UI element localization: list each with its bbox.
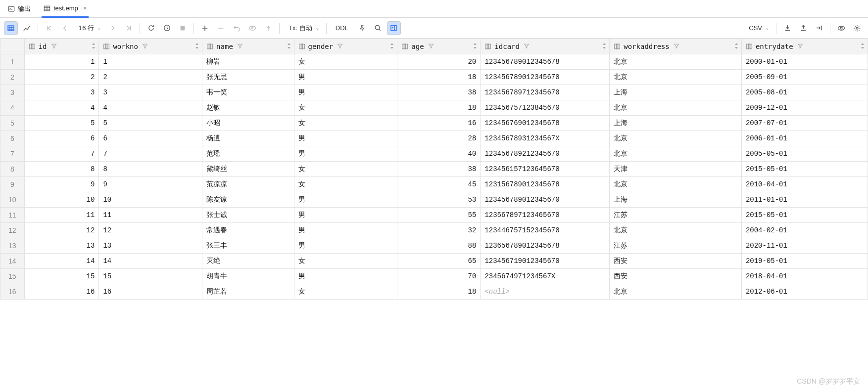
cell-workno[interactable]: 10: [99, 192, 202, 208]
row-number[interactable]: 6: [0, 131, 25, 146]
cell-name[interactable]: 张士诚: [202, 208, 294, 223]
cell-idcard[interactable]: 123567897123465670: [481, 208, 610, 223]
table-row[interactable]: 101010陈友谅男53123456789012345670上海2011-01-…: [0, 192, 868, 208]
column-header-name[interactable]: name: [202, 39, 294, 54]
cell-name[interactable]: 赵敏: [202, 100, 294, 116]
cell-id[interactable]: 5: [24, 116, 99, 131]
cell-entrydate[interactable]: 2007-07-01: [741, 116, 868, 131]
cell-age[interactable]: 18: [397, 284, 481, 300]
cell-id[interactable]: 13: [24, 238, 99, 254]
cell-age[interactable]: 28: [397, 131, 481, 146]
rows-count-dropdown[interactable]: 16 行 ⌄: [74, 21, 104, 35]
row-number[interactable]: 12: [0, 223, 25, 238]
cell-gender[interactable]: 男: [294, 238, 397, 254]
cell-age[interactable]: 70: [397, 269, 481, 284]
stop-button[interactable]: [176, 21, 190, 35]
table-row[interactable]: 111111张士诚男55123567897123465670江苏2015-05-…: [0, 208, 868, 223]
column-header-gender[interactable]: gender: [294, 39, 397, 54]
column-header-id[interactable]: id: [24, 39, 99, 54]
cell-id[interactable]: 16: [24, 284, 99, 300]
sort-icon[interactable]: [734, 43, 738, 50]
cell-name[interactable]: 韦一笑: [202, 85, 294, 100]
cell-name[interactable]: 杨逍: [202, 131, 294, 146]
cell-idcard[interactable]: 123456769012345678: [481, 116, 610, 131]
table-row[interactable]: 333韦一笑男38123456789712345670上海2005-08-01: [0, 85, 868, 100]
filter-layout-button[interactable]: [387, 21, 401, 35]
filter-icon[interactable]: [51, 43, 57, 50]
cell-gender[interactable]: 女: [294, 162, 397, 177]
cell-age[interactable]: 40: [397, 146, 481, 162]
filter-icon[interactable]: [428, 43, 434, 50]
cell-name[interactable]: 柳岩: [202, 54, 294, 70]
cell-entrydate[interactable]: 2000-01-01: [741, 54, 868, 70]
next-page-button[interactable]: [106, 21, 120, 35]
row-number[interactable]: 16: [0, 284, 25, 300]
cell-workaddress[interactable]: 江苏: [610, 208, 742, 223]
cell-id[interactable]: 2: [24, 70, 99, 85]
upload-button[interactable]: [796, 21, 810, 35]
cell-id[interactable]: 15: [24, 269, 99, 284]
cell-workaddress[interactable]: 西安: [610, 254, 742, 269]
table-row[interactable]: 131313张三丰男88123656789012345678江苏2020-11-…: [0, 238, 868, 254]
cell-workno[interactable]: 4: [99, 100, 202, 116]
cell-workno[interactable]: 15: [99, 269, 202, 284]
cell-idcard[interactable]: 12345678931234567X: [481, 131, 610, 146]
cell-age[interactable]: 53: [397, 192, 481, 208]
search-button[interactable]: [371, 21, 385, 35]
table-row[interactable]: 111柳岩女20123456789012345678北京2000-01-01: [0, 54, 868, 70]
settings-button[interactable]: [850, 21, 864, 35]
cell-entrydate[interactable]: 2019-05-01: [741, 254, 868, 269]
cell-gender[interactable]: 女: [294, 284, 397, 300]
cell-idcard[interactable]: 123456789012345670: [481, 192, 610, 208]
column-header-workno[interactable]: workno: [99, 39, 202, 54]
commit-button[interactable]: [261, 21, 275, 35]
row-number[interactable]: 4: [0, 100, 25, 116]
cell-age[interactable]: 18: [397, 100, 481, 116]
tab-file[interactable]: test.emp ×: [42, 0, 89, 18]
filter-icon[interactable]: [524, 43, 530, 50]
cell-workaddress[interactable]: 北京: [610, 70, 742, 85]
cell-gender[interactable]: 男: [294, 223, 397, 238]
row-number[interactable]: 2: [0, 70, 25, 85]
cell-idcard[interactable]: 123656789012345678: [481, 238, 610, 254]
cell-workno[interactable]: 16: [99, 284, 202, 300]
cell-workno[interactable]: 11: [99, 208, 202, 223]
cell-id[interactable]: 12: [24, 223, 99, 238]
table-row[interactable]: 999范凉凉女45123156789012345678北京2010-04-01: [0, 177, 868, 192]
cell-idcard[interactable]: 123456757123845670: [481, 100, 610, 116]
cell-age[interactable]: 45: [397, 177, 481, 192]
cell-gender[interactable]: 男: [294, 131, 397, 146]
cell-id[interactable]: 3: [24, 85, 99, 100]
cell-idcard[interactable]: 123446757152345670: [481, 223, 610, 238]
cell-idcard[interactable]: 2345674971234567X: [481, 269, 610, 284]
pin-button[interactable]: [355, 21, 369, 35]
cell-idcard[interactable]: 123156789012345678: [481, 177, 610, 192]
table-row[interactable]: 141414灭绝女65123456719012345670西安2019-05-0…: [0, 254, 868, 269]
sort-icon[interactable]: [92, 43, 96, 50]
data-grid[interactable]: idworknonamegenderageidcardworkaddressen…: [0, 39, 868, 300]
cell-gender[interactable]: 女: [294, 177, 397, 192]
cell-workno[interactable]: 14: [99, 254, 202, 269]
table-row[interactable]: 555小昭女16123456769012345678上海2007-07-01: [0, 116, 868, 131]
cell-workaddress[interactable]: 北京: [610, 284, 742, 300]
cell-name[interactable]: 范凉凉: [202, 177, 294, 192]
cell-workno[interactable]: 12: [99, 223, 202, 238]
row-number[interactable]: 3: [0, 85, 25, 100]
cell-age[interactable]: 65: [397, 254, 481, 269]
column-header-idcard[interactable]: idcard: [481, 39, 610, 54]
cell-id[interactable]: 9: [24, 177, 99, 192]
download-button[interactable]: [780, 21, 794, 35]
row-number[interactable]: 15: [0, 269, 25, 284]
delete-row-button[interactable]: [214, 21, 228, 35]
cell-workaddress[interactable]: 北京: [610, 54, 742, 70]
cell-name[interactable]: 张无忌: [202, 70, 294, 85]
cell-age[interactable]: 38: [397, 162, 481, 177]
cell-name[interactable]: 陈友谅: [202, 192, 294, 208]
cell-workaddress[interactable]: 北京: [610, 100, 742, 116]
tab-output[interactable]: 输出: [6, 0, 33, 17]
cell-workno[interactable]: 7: [99, 146, 202, 162]
cell-entrydate[interactable]: 2015-05-01: [741, 208, 868, 223]
cell-id[interactable]: 11: [24, 208, 99, 223]
row-number[interactable]: 13: [0, 238, 25, 254]
cell-name[interactable]: 周芷若: [202, 284, 294, 300]
